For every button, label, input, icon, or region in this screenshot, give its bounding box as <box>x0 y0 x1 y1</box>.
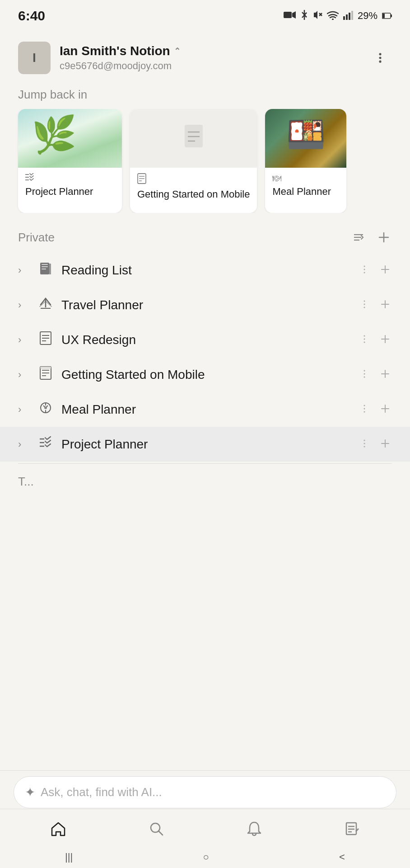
card-title-getting-started: Getting Started on Mobile <box>137 188 250 201</box>
plant-image <box>18 109 122 168</box>
list-item-project-planner[interactable]: › Project Planner <box>0 427 410 462</box>
card-image-project-planner <box>18 109 122 168</box>
teamspace-label: T... <box>0 466 410 493</box>
svg-rect-34 <box>42 269 46 269</box>
card-image-getting-started <box>130 109 257 168</box>
title-project-planner: Project Planner <box>61 437 358 452</box>
add-meal-planner-button[interactable] <box>378 402 392 417</box>
icon-meal-planner <box>34 401 57 418</box>
status-bar: 6:40 <box>0 0 410 28</box>
card-getting-started[interactable]: Getting Started on Mobile <box>130 109 257 213</box>
bluetooth-icon <box>301 10 308 22</box>
list-item-getting-started-mobile[interactable]: › Getting Started on Mobile <box>0 357 410 392</box>
add-reading-list-button[interactable] <box>378 263 392 278</box>
nav-notifications-button[interactable] <box>237 816 272 842</box>
more-reading-list-button[interactable] <box>358 263 371 278</box>
list-item-travel-planner[interactable]: › Travel Planner <box>0 288 410 322</box>
svg-point-80 <box>364 443 365 444</box>
more-ux-redesign-button[interactable] <box>358 332 371 348</box>
wifi-icon <box>327 10 339 22</box>
list-item-meal-planner[interactable]: › Meal Planner <box>0 392 410 427</box>
private-section-header: Private <box>0 213 410 253</box>
svg-marker-1 <box>292 11 296 19</box>
more-meal-planner-button[interactable] <box>358 402 371 417</box>
more-options-button[interactable] <box>368 46 392 70</box>
svg-rect-35 <box>49 264 51 274</box>
svg-point-63 <box>364 373 365 374</box>
icon-getting-started-mobile <box>34 366 57 383</box>
title-travel-planner: Travel Planner <box>61 298 358 312</box>
svg-point-79 <box>364 439 365 441</box>
workspace-name[interactable]: Ian Smith's Notion ⌃ <box>60 44 181 58</box>
title-ux-redesign: UX Redesign <box>61 333 358 347</box>
cards-carousel: Project Planner <box>0 109 410 213</box>
chevron-ux-redesign-icon: › <box>18 334 34 346</box>
meal-planner-actions <box>358 402 392 417</box>
mute-icon <box>312 10 322 22</box>
nav-compose-button[interactable] <box>335 816 370 842</box>
sort-button[interactable] <box>350 229 367 245</box>
title-getting-started-mobile: Getting Started on Mobile <box>61 368 358 382</box>
svg-point-13 <box>380 57 381 59</box>
svg-point-38 <box>364 272 365 273</box>
svg-point-52 <box>364 335 365 336</box>
chevron-project-planner-icon: › <box>18 439 34 450</box>
svg-point-12 <box>380 53 381 55</box>
svg-rect-33 <box>42 266 48 267</box>
private-label: Private <box>18 231 55 245</box>
nav-search-button[interactable] <box>139 816 174 842</box>
card-content-getting-started: Getting Started on Mobile <box>130 168 257 207</box>
ai-input-container[interactable]: ✦ Ask, chat, find with AI... <box>14 776 396 808</box>
chevron-reading-list-icon: › <box>18 264 34 276</box>
ai-input[interactable]: Ask, chat, find with AI... <box>41 785 385 799</box>
svg-point-71 <box>364 405 365 406</box>
reading-list-actions <box>358 263 392 278</box>
battery-icon <box>382 11 392 21</box>
card-content-meal-planner: 🍽 Meal Planner <box>265 168 346 204</box>
add-ux-redesign-button[interactable] <box>378 332 392 348</box>
avatar[interactable]: I <box>18 42 51 74</box>
workspace-info: Ian Smith's Notion ⌃ c9e5676d@moodjoy.co… <box>60 44 181 72</box>
meal-image <box>265 109 346 168</box>
svg-rect-61 <box>40 367 51 369</box>
chevron-travel-planner-icon: › <box>18 299 34 311</box>
list-item-ux-redesign[interactable]: › UX Redesign <box>0 322 410 357</box>
icon-project-planner <box>34 436 57 453</box>
battery-text: 29% <box>358 10 377 22</box>
workspace-email: c9e5676d@moodjoy.com <box>60 60 181 72</box>
icon-ux-redesign <box>34 331 57 348</box>
header: I Ian Smith's Notion ⌃ c9e5676d@moodjoy.… <box>0 28 410 83</box>
project-planner-actions <box>358 437 392 452</box>
svg-rect-11 <box>391 14 392 17</box>
card-content-project-planner: Project Planner <box>18 168 122 204</box>
svg-point-36 <box>364 265 365 267</box>
more-project-planner-button[interactable] <box>358 437 371 452</box>
workspace-chevron-icon: ⌃ <box>174 46 181 56</box>
more-travel-planner-button[interactable] <box>358 297 371 313</box>
chevron-getting-started-icon: › <box>18 369 34 381</box>
add-getting-started-button[interactable] <box>378 367 392 382</box>
svg-point-14 <box>380 61 381 62</box>
private-actions <box>350 229 392 245</box>
system-recent-button[interactable]: ||| <box>56 849 82 866</box>
card-project-planner[interactable]: Project Planner <box>18 109 122 213</box>
svg-point-64 <box>364 376 365 377</box>
getting-started-mobile-actions <box>358 367 392 382</box>
svg-rect-5 <box>343 16 345 20</box>
svg-rect-8 <box>351 11 353 20</box>
card-meal-planner[interactable]: 🍽 Meal Planner <box>265 109 346 213</box>
list-item-reading-list[interactable]: › Reading List <box>0 253 410 288</box>
add-travel-planner-button[interactable] <box>378 297 392 313</box>
nav-home-button[interactable] <box>41 816 76 842</box>
svg-point-70 <box>44 406 47 409</box>
svg-point-44 <box>364 303 365 305</box>
more-getting-started-button[interactable] <box>358 367 371 382</box>
card-image-meal-planner <box>265 109 346 168</box>
svg-rect-10 <box>382 14 385 18</box>
system-back-button[interactable]: < <box>330 849 354 866</box>
add-private-button[interactable] <box>376 229 392 245</box>
jump-back-in-label: Jump back in <box>0 83 410 109</box>
add-project-planner-button[interactable] <box>378 437 392 452</box>
ai-bar: ✦ Ask, chat, find with AI... <box>0 770 410 814</box>
system-home-button[interactable]: ○ <box>194 849 218 866</box>
